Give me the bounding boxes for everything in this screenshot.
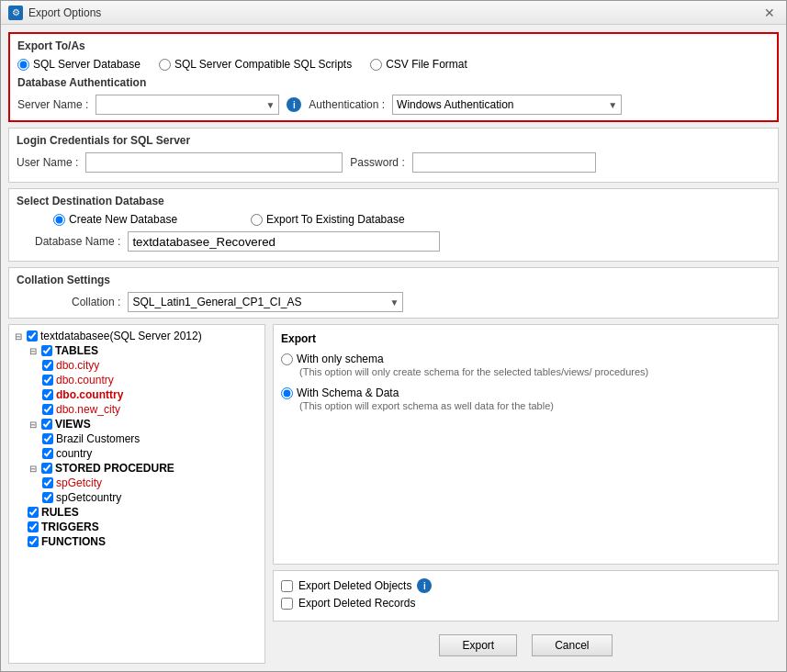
content-area: Export To/As SQL Server Database SQL Ser…: [1, 25, 786, 671]
collation-combo[interactable]: SQL_Latin1_General_CP1_CI_AS ▼: [128, 292, 403, 312]
schema-only-block: With only schema (This option will only …: [281, 353, 770, 379]
select-dest-title: Select Destination Database: [17, 195, 770, 207]
brazil-label: Brazil Customers: [56, 432, 140, 445]
tables-label: TABLES: [55, 344, 98, 357]
tree-item-country-view: country: [42, 446, 261, 461]
rules-checkbox[interactable]: [28, 507, 39, 518]
collation-section: Collation Settings Collation : SQL_Latin…: [8, 267, 779, 319]
root-checkbox[interactable]: [27, 330, 38, 342]
tree-item-brazil: Brazil Customers: [42, 431, 261, 446]
tables-checkbox[interactable]: [41, 345, 52, 356]
export-to-as-title: Export To/As: [17, 39, 770, 52]
triggers-node: TRIGGERS: [28, 520, 261, 534]
collation-arrow: ▼: [389, 297, 399, 308]
tree-item-spgetcountry: spGetcountry: [42, 490, 261, 505]
login-form-row: User Name : Password :: [17, 152, 770, 173]
tree-item-spgetcity: spGetcity: [42, 476, 261, 490]
tables-expand[interactable]: ⊟: [28, 345, 39, 356]
export-deleted-objects-checkbox[interactable]: [281, 580, 293, 592]
functions-checkbox[interactable]: [28, 536, 39, 547]
tables-node: ⊟ TABLES: [28, 343, 261, 358]
counttry-label: dbo.counttry: [56, 388, 123, 401]
export-deleted-records-checkbox[interactable]: [281, 598, 293, 610]
server-name-arrow: ▼: [265, 100, 275, 110]
tables-children: dbo.cityy dbo.country dbo.counttry: [28, 358, 261, 417]
schema-data-block: With Schema & Data (This option will exp…: [281, 386, 770, 413]
stored-proc-expand[interactable]: ⊟: [28, 463, 39, 474]
main-window: ⚙ Export Options ✕ Export To/As SQL Serv…: [0, 0, 787, 672]
stored-proc-children: spGetcity spGetcountry: [28, 476, 261, 505]
country-checkbox[interactable]: [42, 375, 53, 386]
rules-node: RULES: [28, 505, 261, 520]
brazil-checkbox[interactable]: [42, 433, 53, 444]
views-expand[interactable]: ⊟: [28, 419, 39, 430]
server-info-icon[interactable]: i: [287, 97, 301, 112]
root-label: textdatabasee(SQL Server 2012): [40, 330, 202, 342]
views-label: VIEWS: [55, 418, 91, 431]
auth-combo[interactable]: Windows Authentication ▼: [392, 95, 622, 115]
username-label: User Name :: [17, 156, 78, 169]
title-bar: ⚙ Export Options ✕: [1, 1, 786, 25]
schema-only-label: With only schema: [297, 353, 384, 365]
views-checkbox[interactable]: [41, 419, 52, 430]
new-city-checkbox[interactable]: [42, 404, 53, 415]
stored-proc-checkbox[interactable]: [41, 463, 52, 474]
export-options-section: Export With only schema (This option wil…: [273, 324, 779, 565]
auth-value: Windows Authentication: [397, 98, 513, 111]
export-button[interactable]: Export: [439, 634, 517, 656]
collation-row: Collation : SQL_Latin1_General_CP1_CI_AS…: [17, 292, 770, 312]
create-new-db-label: Create New Database: [69, 213, 177, 226]
export-deleted-objects-item: Export Deleted Objects i: [281, 578, 770, 593]
spgetcountry-checkbox[interactable]: [42, 492, 53, 503]
window-icon: ⚙: [8, 6, 23, 20]
server-name-combo[interactable]: ▼: [96, 95, 279, 115]
rules-label: RULES: [41, 506, 79, 519]
export-existing-option[interactable]: Export To Existing Database: [251, 213, 405, 226]
tree-item-cityy: dbo.cityy: [42, 358, 261, 373]
views-children: Brazil Customers country: [28, 431, 261, 461]
sql-server-db-label: SQL Server Database: [33, 58, 141, 71]
username-input[interactable]: [85, 152, 343, 173]
csv-label: CSV File Format: [386, 58, 467, 71]
bottom-section: ⊟ textdatabasee(SQL Server 2012) ⊟ TABLE…: [8, 324, 779, 664]
password-input[interactable]: [412, 152, 596, 173]
spgetcity-label: spGetcity: [56, 476, 102, 489]
country-view-label: country: [56, 447, 92, 460]
sql-scripts-label: SQL Server Compatible SQL Scripts: [174, 58, 352, 71]
tree-item-new-city: dbo.new_city: [42, 402, 261, 417]
schema-data-option[interactable]: With Schema & Data: [281, 386, 770, 399]
server-name-label: Server Name :: [17, 98, 88, 111]
sql-server-db-option[interactable]: SQL Server Database: [17, 58, 141, 71]
collation-title: Collation Settings: [17, 274, 770, 286]
deleted-objects-info-icon[interactable]: i: [417, 578, 432, 593]
db-auth-row: Server Name : ▼ i Authentication : Windo…: [17, 95, 770, 115]
csv-option[interactable]: CSV File Format: [370, 58, 467, 71]
select-dest-section: Select Destination Database Create New D…: [8, 188, 779, 262]
checkbox-section: Export Deleted Objects i Export Deleted …: [273, 570, 779, 622]
schema-data-desc: (This option will export schema as well …: [299, 399, 770, 413]
db-name-input[interactable]: textdatabasee_Recovered: [128, 231, 440, 252]
counttry-checkbox[interactable]: [42, 389, 53, 400]
schema-only-option[interactable]: With only schema: [281, 353, 770, 365]
sql-scripts-option[interactable]: SQL Server Compatible SQL Scripts: [159, 58, 352, 71]
spgetcity-checkbox[interactable]: [42, 477, 53, 488]
functions-label: FUNCTIONS: [41, 535, 106, 548]
cancel-button[interactable]: Cancel: [532, 634, 612, 656]
db-name-row: Database Name : textdatabasee_Recovered: [17, 231, 770, 252]
create-new-db-option[interactable]: Create New Database: [53, 213, 177, 226]
country-view-checkbox[interactable]: [42, 448, 53, 459]
triggers-checkbox[interactable]: [28, 521, 39, 532]
cityy-checkbox[interactable]: [42, 360, 53, 371]
close-button[interactable]: ✕: [760, 4, 779, 22]
tree-root: ⊟ textdatabasee(SQL Server 2012): [13, 329, 261, 343]
right-panel: Export With only schema (This option wil…: [273, 324, 779, 664]
root-expand[interactable]: ⊟: [13, 330, 24, 342]
collation-label: Collation :: [72, 296, 120, 308]
tree-panel: ⊟ textdatabasee(SQL Server 2012) ⊟ TABLE…: [8, 324, 265, 664]
export-existing-label: Export To Existing Database: [266, 213, 405, 226]
login-creds-title: Login Credentials for SQL Server: [17, 134, 770, 147]
stored-proc-node: ⊟ STORED PROCEDURE: [28, 461, 261, 476]
schema-data-label: With Schema & Data: [297, 386, 399, 399]
views-node: ⊟ VIEWS: [28, 417, 261, 431]
export-type-radio-group: SQL Server Database SQL Server Compatibl…: [17, 58, 770, 71]
